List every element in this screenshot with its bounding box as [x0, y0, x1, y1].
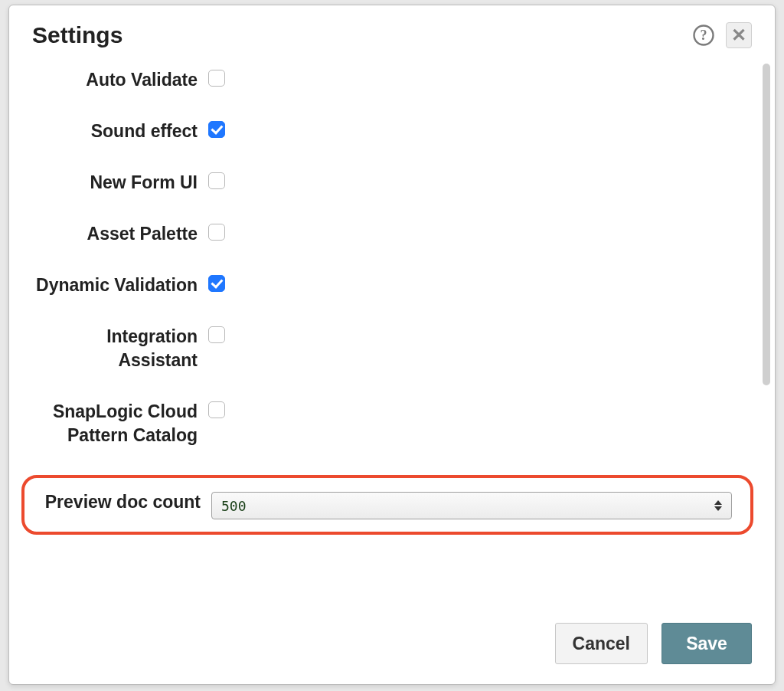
dialog-footer: Cancel Save: [9, 612, 775, 684]
field-new-form-ui: New Form UI: [28, 171, 756, 195]
checkbox-auto-validate[interactable]: [208, 70, 225, 87]
checkbox-snaplogic-catalog[interactable]: [208, 401, 225, 418]
checkbox-asset-palette[interactable]: [208, 224, 225, 241]
checkbox-sound-effect[interactable]: [208, 121, 225, 138]
close-button[interactable]: ✕: [726, 22, 752, 48]
settings-dialog: Settings ? ✕ Auto Validate Sound effect: [8, 5, 776, 685]
dialog-header: Settings ? ✕: [9, 5, 775, 56]
stepper-icon: [714, 496, 725, 516]
dialog-body: Auto Validate Sound effect New Form UI A…: [9, 56, 775, 612]
label-sound-effect: Sound effect: [28, 120, 208, 143]
label-asset-palette: Asset Palette: [28, 222, 208, 246]
checkbox-dynamic-validation[interactable]: [208, 275, 225, 292]
help-icon[interactable]: ?: [692, 24, 715, 47]
close-icon: ✕: [731, 26, 746, 44]
label-integration-assistant: Integration Assistant: [28, 325, 208, 372]
preview-doc-count-select[interactable]: 500: [211, 492, 732, 519]
checkbox-new-form-ui[interactable]: [208, 172, 225, 189]
field-auto-validate: Auto Validate: [28, 68, 756, 92]
label-auto-validate: Auto Validate: [28, 68, 208, 92]
save-button[interactable]: Save: [662, 623, 752, 664]
label-snaplogic-catalog: SnapLogic Cloud Pattern Catalog: [28, 400, 208, 447]
field-dynamic-validation: Dynamic Validation: [28, 273, 756, 297]
preview-doc-count-value: 500: [221, 498, 247, 514]
label-dynamic-validation: Dynamic Validation: [28, 273, 208, 297]
field-snaplogic-catalog: SnapLogic Cloud Pattern Catalog: [28, 400, 756, 447]
label-new-form-ui: New Form UI: [28, 171, 208, 195]
field-integration-assistant: Integration Assistant: [28, 325, 756, 372]
svg-text:?: ?: [701, 28, 707, 43]
field-preview-doc-count-highlight: Preview doc count 500: [21, 475, 753, 535]
field-sound-effect: Sound effect: [28, 120, 756, 143]
label-preview-doc-count: Preview doc count: [24, 490, 211, 514]
scrollbar[interactable]: [763, 64, 770, 385]
dialog-title: Settings: [32, 22, 692, 48]
header-actions: ? ✕: [692, 22, 752, 48]
field-asset-palette: Asset Palette: [28, 222, 756, 246]
cancel-button[interactable]: Cancel: [555, 623, 648, 664]
checkbox-integration-assistant[interactable]: [208, 326, 225, 343]
